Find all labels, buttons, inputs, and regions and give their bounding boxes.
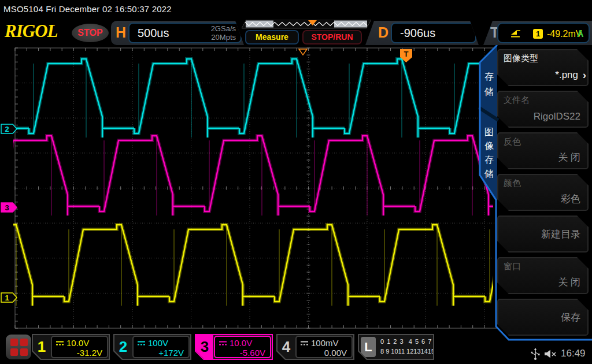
speaker-muted-icon <box>544 349 558 359</box>
falling-edge-icon <box>510 28 521 38</box>
rigol-logo: RIGOL <box>5 21 57 42</box>
trace-ch2-glitch <box>0 59 507 138</box>
menu-item-label: 窗口 <box>504 261 521 272</box>
stop-run-button[interactable]: STOP/RUN <box>302 30 362 44</box>
trace-ch3 <box>0 136 520 216</box>
trigger-mode: A <box>577 29 584 39</box>
menu-grid-button[interactable] <box>6 335 31 359</box>
dc-coupling-icon <box>56 340 64 346</box>
menu-item-value: RigolDS22 <box>534 111 580 122</box>
channel-1-zero-marker[interactable]: 1 <box>1 293 17 302</box>
chevron-right-icon: › <box>583 69 586 81</box>
horizontal-knob-label: H <box>116 24 126 41</box>
logic-row-2: 8 9 1011 12131415 <box>380 348 435 355</box>
dc-coupling-icon <box>137 340 146 346</box>
trace-ch3-glow <box>0 136 520 216</box>
oscilloscope-screen: { "status_bar": { "text": "MSO5104 Fri D… <box>0 0 592 364</box>
menu-item-invert[interactable]: 反色关 闭 <box>497 132 589 169</box>
status-bar-text: MSO5104 Fri December 02 16:50:37 2022 <box>3 4 172 14</box>
channel-offset: -31.2V <box>77 348 102 358</box>
svg-text:2: 2 <box>5 125 9 133</box>
dc-coupling-icon <box>300 340 309 346</box>
channel-scale: 10.0V <box>230 338 252 348</box>
trigger-position-triangle[interactable] <box>299 49 307 55</box>
trigger-source-badge: 1 <box>533 29 543 39</box>
measure-button[interactable]: Measure <box>245 30 299 44</box>
storage-menu-panel: 存储图像存储 图像类型*.png›文件名RigolDS22反色关 闭颜色彩色新建… <box>474 45 592 364</box>
channel-offset: -5.60V <box>240 348 265 358</box>
horizontal-settings-group[interactable]: H 500us 2GSa/s 20Mpts <box>111 21 244 45</box>
delay-settings-group[interactable]: D -906us <box>365 21 479 45</box>
channel-3-zero-marker[interactable]: 3 <box>1 203 17 212</box>
run-state-badge: STOP <box>72 24 109 42</box>
channel-scale: 100mV <box>311 338 339 348</box>
waveform-record-bar[interactable] <box>242 20 371 29</box>
logic-row-1: 0 1 2 3 4 5 6 7 <box>380 338 432 345</box>
channel-2-zero-marker[interactable]: 2 <box>1 124 17 133</box>
menu-item-value: 关 闭 <box>558 276 580 289</box>
channel-3-status[interactable]: 3 10.0V -5.60V <box>195 334 273 360</box>
menu-item-window[interactable]: 窗口关 闭 <box>497 257 589 294</box>
menu-item-value: 新建目录 <box>541 228 580 241</box>
trace-ch3-glitch <box>0 136 472 216</box>
svg-text:1: 1 <box>5 294 9 302</box>
menu-item-value: 关 闭 <box>558 151 580 164</box>
menu-item-value: *.png <box>555 69 578 81</box>
sample-rate: 2GSa/s <box>211 24 236 33</box>
logic-channels-status[interactable]: L 0 1 2 3 4 5 6 7 8 9 1011 12131415 <box>358 334 434 360</box>
trigger-display[interactable]: 1 -49.2mV A <box>497 23 590 43</box>
dc-coupling-icon <box>219 340 227 346</box>
menu-item-label: 文件名 <box>504 95 530 106</box>
menu-item-value: 彩色 <box>561 192 580 206</box>
delay-value: -906us <box>400 27 435 40</box>
menu-item-label: 反色 <box>504 136 521 147</box>
trace-ch2 <box>0 59 555 138</box>
menu-item-image-type[interactable]: 图像类型*.png› <box>497 49 589 86</box>
channel-2-status[interactable]: 2 100V +172V <box>113 334 191 360</box>
logic-label: L <box>361 337 376 357</box>
channel-4-status[interactable]: 4 100mV 0.00V <box>276 334 354 360</box>
delay-display[interactable]: -906us <box>391 23 476 43</box>
menu-item-value: 保存 <box>561 311 580 324</box>
trigger-settings-group[interactable]: T 1 -49.2mV A <box>483 21 592 45</box>
channel-offset: 0.00V <box>324 348 347 358</box>
clock: 16:49 <box>561 348 586 359</box>
menu-item-label: 颜色 <box>504 178 521 189</box>
menu-item-file-name[interactable]: 文件名RigolDS22 <box>497 91 589 128</box>
memory-depth: 20Mpts <box>211 33 236 42</box>
delay-knob-label: D <box>378 24 388 41</box>
menu-item-save[interactable]: 保存 <box>497 299 589 336</box>
timebase-display[interactable]: 500us 2GSa/s 20Mpts <box>128 23 242 43</box>
menu-item-label: 图像类型 <box>504 53 538 64</box>
channel-scale: 10.0V <box>66 338 89 348</box>
usb-icon <box>530 348 541 361</box>
channel-offset: +172V <box>158 348 184 358</box>
menu-item-new-directory[interactable]: 新建目录 <box>497 216 589 252</box>
menu-item-color[interactable]: 颜色彩色 <box>497 174 589 211</box>
channel-scale: 100V <box>148 338 168 348</box>
channel-1-status[interactable]: 1 10.0V -31.2V <box>32 334 110 360</box>
svg-text:3: 3 <box>5 203 9 212</box>
svg-text:T: T <box>404 50 409 58</box>
timebase-value: 500us <box>138 27 169 40</box>
trace-ch2-glow <box>0 59 555 138</box>
